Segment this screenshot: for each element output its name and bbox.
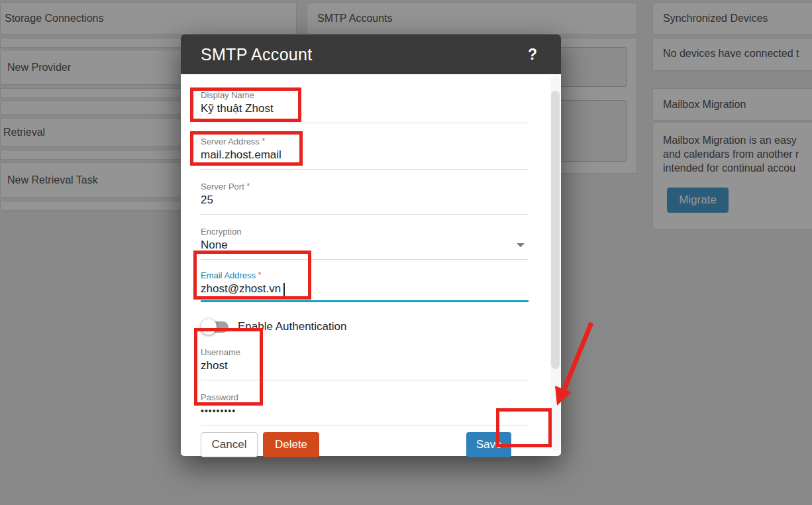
enable-authentication-row: Enable Authentication (201, 318, 529, 335)
server-port-value: 25 (201, 193, 529, 207)
username-label: Username (201, 347, 529, 357)
help-icon[interactable]: ? (528, 46, 537, 64)
required-asterisk: * (258, 270, 262, 280)
modal-title: SMTP Account (201, 45, 313, 64)
encryption-label: Encryption (201, 227, 529, 237)
server-address-value: mail.zhost.email (201, 148, 529, 162)
display-name-label: Display Name (201, 90, 529, 100)
text-cursor (283, 283, 285, 296)
toggle-knob (201, 319, 217, 335)
server-address-label: Server Address (201, 137, 260, 146)
password-field[interactable]: Password ••••••••• (201, 392, 529, 425)
delete-button[interactable]: Delete (263, 432, 319, 457)
required-asterisk: * (262, 137, 266, 146)
email-address-field[interactable]: Email Address * zhost@zhost.vn (201, 270, 529, 302)
modal-body: Display Name Kỹ thuật Zhost Server Addre… (181, 90, 561, 457)
email-address-label: Email Address (201, 270, 256, 280)
required-asterisk: * (246, 182, 250, 191)
encryption-value: None (201, 238, 529, 252)
password-value: ••••••••• (201, 404, 529, 418)
cancel-button[interactable]: Cancel (201, 432, 258, 457)
enable-authentication-label: Enable Authentication (238, 320, 346, 333)
chevron-down-icon (517, 243, 525, 247)
modal-scrollbar-thumb[interactable] (551, 91, 560, 369)
server-port-field[interactable]: Server Port * 25 (201, 182, 529, 215)
enable-authentication-toggle[interactable] (202, 321, 228, 333)
display-name-field[interactable]: Display Name Kỹ thuật Zhost (201, 90, 529, 123)
server-address-field[interactable]: Server Address * mail.zhost.email (201, 137, 529, 170)
email-address-value: zhost@zhost.vn (201, 282, 281, 295)
encryption-select[interactable]: Encryption None (201, 227, 529, 260)
server-port-label: Server Port (201, 182, 244, 192)
display-name-value: Kỹ thuật Zhost (201, 101, 529, 116)
password-label: Password (201, 392, 529, 402)
save-button[interactable]: Save (466, 432, 511, 457)
smtp-account-modal: SMTP Account ? Display Name Kỹ thuật Zho… (181, 34, 561, 456)
modal-footer: Cancel Delete Save (201, 432, 529, 457)
username-value: zhost (201, 359, 529, 373)
username-field[interactable]: Username zhost (201, 347, 529, 380)
smtp-settings-page: Storage Connections New Provider Retriev… (0, 0, 812, 505)
modal-header: SMTP Account ? (181, 34, 561, 74)
